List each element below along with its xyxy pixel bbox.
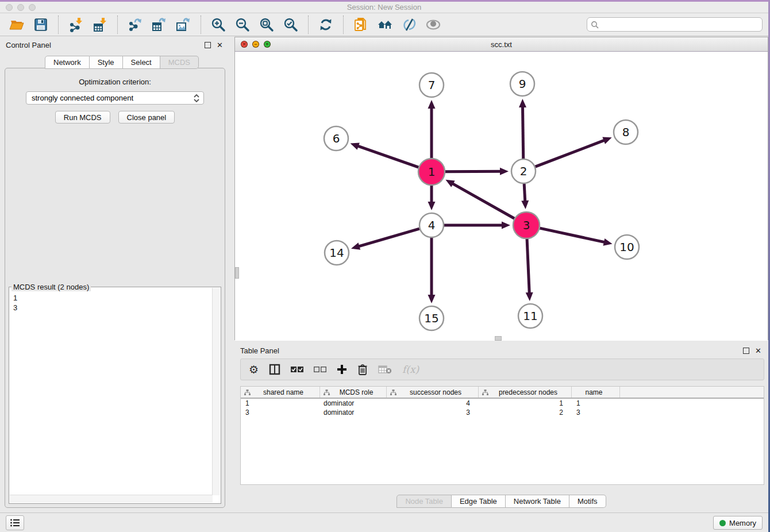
graph-node-7[interactable]: 7 [419, 73, 444, 97]
table-cell[interactable]: 3 [572, 408, 620, 417]
column-header-shared-name[interactable]: shared name [241, 387, 320, 398]
tab-style[interactable]: Style [90, 56, 123, 69]
open-session-button[interactable] [8, 16, 25, 33]
delete-table-button[interactable] [378, 363, 392, 376]
tab-network[interactable]: Network [45, 56, 90, 69]
run-mcds-button[interactable]: Run MCDS [55, 111, 110, 124]
network-canvas[interactable]: 7968124314101511 [235, 52, 768, 341]
table-tabs: Node Table Edge Table Network Table Moti… [234, 495, 768, 508]
status-bar: Memory [0, 512, 768, 532]
zoom-fit-button[interactable] [258, 16, 275, 33]
table-cell[interactable]: 1 [572, 399, 620, 407]
search-field[interactable] [587, 17, 763, 32]
table-row[interactable]: 1dominator411 [241, 399, 764, 408]
mcds-result-text[interactable]: 1 3 [10, 291, 213, 495]
graph-edge-1-2[interactable] [445, 171, 502, 172]
table-cell[interactable]: dominator [320, 399, 387, 407]
import-table-button[interactable] [91, 16, 109, 33]
control-panel-tabs: Network Style Select MCDS [45, 56, 199, 69]
graph-edge-2-3[interactable] [524, 184, 525, 203]
graph-edge-2-9[interactable] [522, 105, 523, 159]
table-cell[interactable]: 3 [241, 408, 320, 417]
table-row[interactable]: 3dominator323 [241, 408, 764, 417]
graph-node-6[interactable]: 6 [324, 126, 348, 151]
mcds-result-legend: MCDS result (2 nodes) [11, 283, 91, 291]
column-header-name[interactable]: name [572, 387, 620, 398]
deselect-all-button[interactable] [314, 363, 326, 376]
tab-network-table[interactable]: Network Table [506, 495, 569, 508]
export-network-button[interactable] [126, 16, 144, 33]
graph-node-2[interactable]: 2 [511, 159, 536, 183]
graph-edge-1-6[interactable] [356, 145, 418, 167]
graph-node-8[interactable]: 8 [614, 120, 638, 144]
export-image-button[interactable] [175, 16, 192, 33]
table-options-button[interactable]: ⚙ [249, 363, 259, 376]
table-cell[interactable]: dominator [320, 408, 387, 417]
graph-node-10[interactable]: 10 [615, 235, 639, 259]
hide-graphics-details-button[interactable] [401, 16, 418, 33]
import-network-button[interactable] [67, 16, 84, 33]
tab-motifs[interactable]: Motifs [569, 495, 606, 508]
graph-node-1[interactable]: 1 [418, 159, 445, 185]
zoom-out-button[interactable] [234, 16, 251, 33]
zoom-in-button[interactable] [210, 16, 227, 33]
graph-edge-arrowhead [428, 202, 436, 210]
result-horizontal-scrollbar[interactable] [10, 495, 213, 503]
tab-select[interactable]: Select [123, 56, 160, 69]
optimization-criterion-select[interactable]: strongly connected component [26, 91, 204, 105]
graph-node-label: 4 [428, 218, 436, 232]
result-vertical-scrollbar[interactable] [212, 288, 220, 495]
columns-icon [269, 364, 280, 375]
column-header-predecessor-nodes[interactable]: predecessor nodes [479, 387, 572, 398]
tab-edge-table[interactable]: Edge Table [452, 495, 506, 508]
memory-button[interactable]: Memory [713, 516, 763, 530]
home-button[interactable] [376, 16, 394, 33]
table-cell[interactable]: 1 [479, 399, 572, 407]
column-header-mcds-role[interactable]: MCDS role [320, 387, 387, 398]
graph-edge-4-14[interactable] [357, 229, 419, 247]
mcds-result-box: MCDS result (2 nodes) 1 3 [9, 287, 221, 504]
list-icon [10, 518, 20, 527]
graph-edge-3-11[interactable] [527, 239, 529, 295]
select-all-button[interactable] [291, 363, 303, 376]
export-table-button[interactable] [151, 16, 168, 33]
copy-network-button[interactable] [352, 16, 369, 33]
delete-column-button[interactable] [357, 363, 368, 376]
tab-node-table[interactable]: Node Table [396, 495, 452, 508]
canvas-left-handle[interactable] [235, 267, 239, 279]
column-header-successor-nodes[interactable]: successor nodes [387, 387, 479, 398]
table-cell[interactable]: 4 [387, 399, 479, 407]
graph-node-15[interactable]: 15 [419, 306, 444, 330]
tab-mcds[interactable]: MCDS [160, 56, 199, 69]
close-table-panel-icon[interactable]: ✕ [755, 347, 761, 354]
close-panel-icon[interactable]: ✕ [217, 41, 223, 49]
float-table-panel-icon[interactable] [743, 348, 749, 354]
table-cell[interactable]: 1 [241, 399, 320, 407]
network-graph[interactable]: 7968124314101511 [235, 52, 768, 341]
graph-edge-3-10[interactable] [540, 228, 606, 242]
zoom-selected-button[interactable] [282, 16, 299, 33]
network-window-titlebar: scc.txt ✕ − + [235, 37, 768, 52]
task-history-button[interactable] [6, 515, 24, 530]
toggle-columns-button[interactable] [269, 363, 280, 376]
graph-edge-2-8[interactable] [536, 140, 606, 167]
graph-node-3[interactable]: 3 [513, 212, 540, 238]
save-session-button[interactable] [32, 16, 49, 33]
refresh-button[interactable] [317, 16, 334, 33]
float-panel-icon[interactable] [205, 42, 211, 48]
table-cell[interactable]: 2 [479, 408, 572, 417]
graph-node-4[interactable]: 4 [419, 213, 444, 237]
function-builder-button[interactable]: f(x) [402, 363, 419, 376]
canvas-bottom-handle[interactable] [495, 336, 502, 341]
trash-icon [357, 364, 368, 375]
close-panel-button[interactable]: Close panel [118, 111, 175, 124]
show-graphics-details-button[interactable] [425, 16, 442, 33]
add-column-button[interactable] [337, 363, 347, 376]
search-icon [591, 21, 599, 29]
table-cell[interactable]: 3 [387, 408, 479, 417]
search-input[interactable] [601, 20, 759, 29]
graph-node-11[interactable]: 11 [518, 304, 542, 328]
graph-node-9[interactable]: 9 [510, 72, 534, 96]
graph-edge-3-1[interactable] [451, 183, 514, 218]
graph-node-14[interactable]: 14 [325, 241, 349, 265]
